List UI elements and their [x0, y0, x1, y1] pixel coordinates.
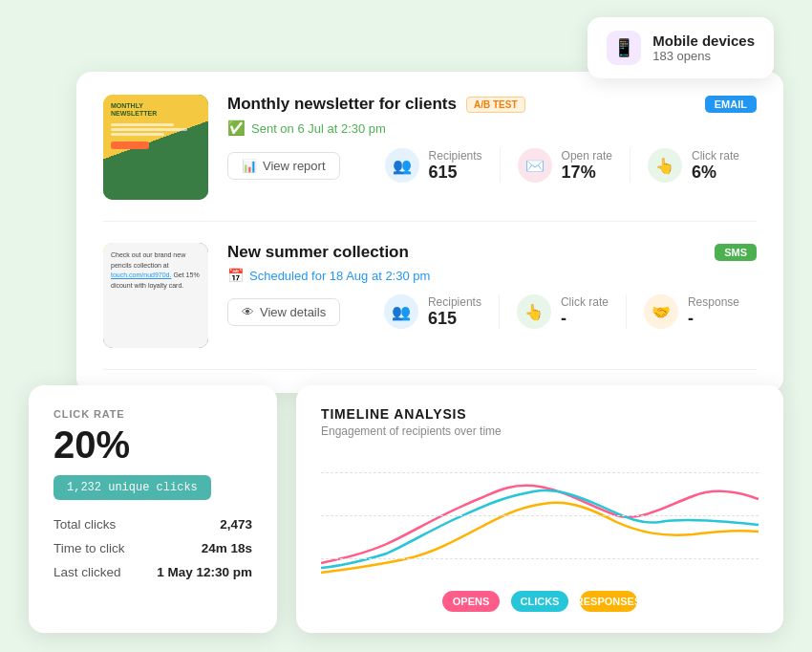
click-rate-card: CLICK RATE 20% 1,232 unique clicks Total…	[29, 385, 277, 633]
timeline-title: TIMELINE ANALYSIS	[321, 406, 759, 422]
dashed-line-bot	[321, 558, 759, 559]
total-clicks-row: Total clicks 2,473	[53, 517, 252, 532]
mobile-card-title: Mobile devices	[652, 33, 755, 49]
stat-click-rate-2: 👆 Click rate -	[499, 294, 626, 329]
bottom-row: CLICK RATE 20% 1,232 unique clicks Total…	[29, 385, 783, 633]
click-rate-label: CLICK RATE	[53, 408, 252, 420]
badge-sms: SMS	[715, 244, 757, 261]
stat-response-2: 🤝 Response -	[626, 294, 757, 329]
legend-responses: RESPONSES	[580, 591, 637, 612]
campaign-row-2: Check out our brand new pencils collecti…	[103, 222, 757, 370]
badge-ab: A/B TEST	[466, 97, 525, 113]
stats-row-2: 👥 Recipients 615 👆 Click rate -	[367, 294, 757, 329]
view-details-button[interactable]: 👁 View details	[227, 298, 340, 326]
eye-icon: 👁	[242, 305, 254, 319]
recipients-icon-2: 👥	[384, 294, 418, 329]
report-icon: 📊	[242, 159, 257, 173]
badge-email: EMAIL	[705, 96, 757, 113]
campaign-thumbnail-1: MONTHLYNEWSLETTER	[103, 95, 208, 200]
campaign-header-2: New summer collection SMS	[227, 243, 757, 262]
campaigns-card: MONTHLYNEWSLETTER Monthly newsletter for…	[76, 72, 783, 393]
calendar-icon: 📅	[227, 268, 244, 283]
stat-recipients-1: 👥 Recipients 615	[368, 148, 500, 183]
stat-click-rate-1: 👆 Click rate 6%	[630, 148, 757, 183]
dashed-line-top	[321, 472, 759, 473]
stat-recipients-2: 👥 Recipients 615	[367, 294, 499, 329]
click-rate-icon-2: 👆	[517, 294, 551, 329]
recipients-icon-1: 👥	[385, 148, 419, 183]
stat-open-rate-1: ✉️ Open rate 17%	[500, 148, 630, 183]
campaign-title-2: New summer collection	[227, 243, 409, 262]
timeline-card: TIMELINE ANALYSIS Engagement of recipien…	[296, 385, 783, 633]
clicks-legend-dot: CLICKS	[511, 591, 568, 612]
campaign-header-1: Monthly newsletter for clients A/B TEST …	[227, 95, 757, 114]
campaign-row-1: MONTHLYNEWSLETTER Monthly newsletter for…	[103, 95, 757, 222]
timeline-chart	[321, 453, 759, 577]
campaign-title-1: Monthly newsletter for clients	[227, 95, 457, 114]
opens-legend-dot: OPENS	[442, 591, 500, 612]
check-icon: ✅	[227, 120, 246, 137]
mobile-devices-card: 📱 Mobile devices 183 opens	[588, 17, 774, 78]
responses-legend-dot: RESPONSES	[580, 591, 637, 612]
legend-clicks: CLICKS	[511, 591, 568, 612]
click-rate-value: 20%	[53, 425, 252, 464]
campaign-status-1: ✅ Sent on 6 Jul at 2:30 pm	[227, 120, 757, 137]
last-clicked-row: Last clicked 1 May 12:30 pm	[53, 565, 252, 579]
dashed-line-mid	[321, 515, 759, 516]
unique-clicks-badge: 1,232 unique clicks	[53, 475, 211, 500]
click-rate-icon-1: 👆	[648, 148, 682, 183]
click-rate-stats: Total clicks 2,473 Time to click 24m 18s…	[53, 517, 252, 579]
mobile-icon: 📱	[607, 31, 641, 65]
campaign-status-2: 📅 Scheduled for 18 Aug at 2:30 pm	[227, 268, 757, 283]
view-report-button[interactable]: 📊 View report	[227, 152, 340, 180]
timeline-subtitle: Engagement of recipients over time	[321, 424, 759, 438]
time-to-click-row: Time to click 24m 18s	[53, 541, 252, 555]
campaign-info-1: Monthly newsletter for clients A/B TEST …	[227, 95, 757, 183]
chart-legend: OPENS CLICKS RESPONSES	[321, 591, 759, 612]
response-icon-2: 🤝	[644, 294, 678, 329]
campaign-info-2: New summer collection SMS 📅 Scheduled fo…	[227, 243, 757, 329]
campaign-thumbnail-2: Check out our brand new pencils collecti…	[103, 243, 208, 348]
stats-row-1: 👥 Recipients 615 ✉️ Open rate 17%	[368, 148, 757, 183]
legend-opens: OPENS	[442, 591, 500, 612]
mobile-card-subtitle: 183 opens	[652, 49, 755, 63]
open-rate-icon-1: ✉️	[518, 148, 552, 183]
